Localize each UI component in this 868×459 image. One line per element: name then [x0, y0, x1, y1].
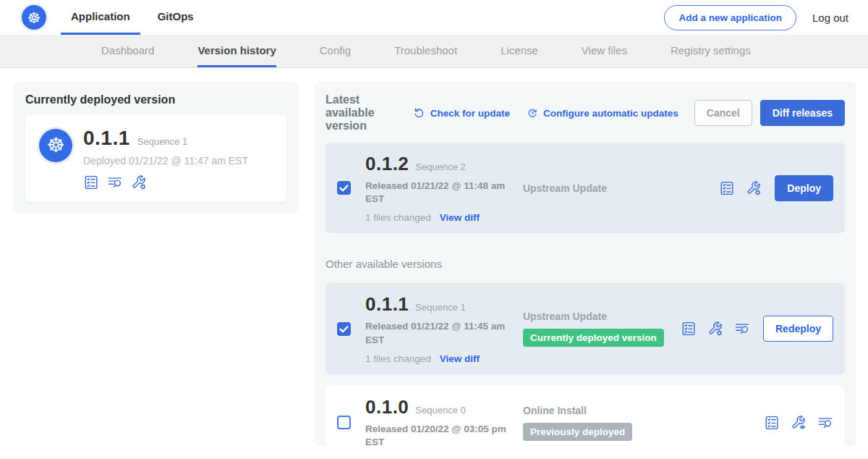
tab-troubleshoot[interactable]: Troubleshoot — [394, 35, 457, 67]
diff-releases-button[interactable]: Diff releases — [760, 100, 845, 126]
preflight-checklist-icon[interactable] — [719, 180, 735, 196]
version-source: Online Install Previously deployed — [523, 405, 764, 441]
top-nav-tabs: Application GitOps — [61, 0, 204, 35]
version-checkbox-0-1-0[interactable] — [337, 416, 351, 429]
view-diff-link[interactable]: View diff — [440, 212, 480, 223]
tab-registry-settings[interactable]: Registry settings — [671, 35, 751, 67]
kubernetes-logo-icon: ☸ — [22, 5, 46, 30]
view-files-search-icon[interactable] — [817, 415, 833, 431]
version-number: 0.1.2 — [365, 153, 409, 175]
view-diff-link[interactable]: View diff — [440, 353, 480, 364]
deployed-actions — [83, 174, 248, 190]
kubernetes-app-icon: ☸ — [39, 129, 72, 162]
version-number: 0.1.1 — [365, 293, 409, 316]
version-checkbox-0-1-2[interactable] — [337, 181, 351, 195]
source-label: Online Install — [523, 405, 764, 416]
deployed-version-number: 0.1.1 — [83, 127, 130, 150]
logout-link[interactable]: Log out — [812, 12, 848, 24]
config-wrench-gear-icon[interactable] — [131, 174, 147, 190]
add-new-application-button[interactable]: Add a new application — [664, 5, 796, 30]
version-info: 0.1.2 Sequence 2 Released 01/21/22 @ 11:… — [365, 153, 523, 223]
view-files-search-icon[interactable] — [107, 174, 123, 190]
version-card-0-1-1: 0.1.1 Sequence 1 Released 01/21/22 @ 11:… — [326, 283, 845, 374]
version-info: 0.1.0 Sequence 0 Released 01/20/22 @ 03:… — [365, 396, 523, 449]
version-actions: Deploy — [719, 175, 833, 201]
tab-application[interactable]: Application — [61, 0, 140, 35]
version-checkbox-0-1-1[interactable] — [337, 322, 351, 336]
version-source: Upstream Update Currently deployed versi… — [523, 311, 681, 347]
version-card-0-1-0: 0.1.0 Sequence 0 Released 01/20/22 @ 03:… — [326, 386, 845, 459]
redeploy-button[interactable]: Redeploy — [763, 316, 833, 342]
tab-version-history[interactable]: Version history — [197, 35, 276, 67]
deployed-card-body: 0.1.1 Sequence 1 Deployed 01/21/22 @ 11:… — [83, 127, 248, 190]
tab-view-files[interactable]: View files — [582, 35, 627, 67]
currently-deployed-card: ☸ 0.1.1 Sequence 1 Deployed 01/21/22 @ 1… — [25, 115, 286, 202]
other-available-versions-title: Other available versions — [326, 258, 845, 270]
preflight-checklist-icon[interactable] — [83, 174, 99, 190]
available-column: Latest available version Check for updat… — [314, 82, 856, 446]
sequence-label: Sequence 1 — [415, 302, 465, 313]
top-nav: ☸ Application GitOps Add a new applicati… — [0, 0, 868, 35]
deployed-timestamp: Deployed 01/21/22 @ 11:47 am EST — [83, 155, 248, 167]
available-header: Latest available version Check for updat… — [326, 93, 845, 132]
app-sub-nav: Dashboard Version history Config Trouble… — [0, 35, 868, 68]
tab-config[interactable]: Config — [320, 35, 351, 67]
version-source: Upstream Update — [523, 182, 719, 194]
version-info: 0.1.1 Sequence 1 Released 01/21/22 @ 11:… — [365, 293, 523, 363]
available-versions-panel: Latest available version Check for updat… — [314, 82, 856, 446]
preflight-checklist-icon[interactable] — [681, 321, 697, 337]
view-files-search-icon[interactable] — [734, 321, 750, 337]
source-label: Upstream Update — [523, 311, 681, 322]
check-for-update-link[interactable]: Check for update — [413, 106, 510, 119]
files-changed-label: 1 files changed — [365, 353, 431, 364]
deploy-button[interactable]: Deploy — [775, 175, 833, 201]
deployed-sequence-label: Sequence 1 — [137, 136, 187, 147]
version-number: 0.1.0 — [365, 396, 409, 418]
version-card-0-1-2: 0.1.2 Sequence 2 Released 01/21/22 @ 11:… — [326, 143, 845, 233]
sequence-label: Sequence 2 — [415, 161, 465, 172]
currently-deployed-title: Currently deployed version — [25, 93, 286, 106]
view-config-wrench-eye-icon[interactable] — [791, 415, 807, 431]
tab-license[interactable]: License — [501, 35, 538, 67]
cancel-button[interactable]: Cancel — [694, 100, 752, 126]
source-label: Upstream Update — [523, 182, 719, 194]
auto-update-clock-icon — [526, 106, 539, 119]
tab-dashboard[interactable]: Dashboard — [101, 35, 154, 67]
currently-deployed-badge: Currently deployed version — [523, 329, 664, 347]
currently-deployed-panel: Currently deployed version ☸ 0.1.1 Seque… — [14, 82, 298, 214]
sequence-label: Sequence 0 — [415, 405, 465, 416]
top-nav-right: Add a new application Log out — [664, 0, 848, 35]
config-wrench-gear-icon[interactable] — [746, 180, 762, 196]
tab-gitops[interactable]: GitOps — [148, 0, 204, 35]
refresh-icon — [413, 106, 426, 119]
configure-automatic-updates-link[interactable]: Configure automatic updates — [526, 106, 678, 119]
main-content: Currently deployed version ☸ 0.1.1 Seque… — [0, 68, 868, 446]
config-wrench-gear-icon[interactable] — [707, 321, 723, 337]
version-actions — [764, 415, 833, 431]
preflight-checklist-icon[interactable] — [764, 415, 780, 431]
released-timestamp: Released 01/20/22 @ 03:05 pm EST — [365, 423, 506, 449]
released-timestamp: Released 01/21/22 @ 11:45 am EST — [365, 320, 506, 346]
files-changed-label: 1 files changed — [365, 212, 431, 223]
app-logo: ☸ — [22, 0, 46, 35]
version-actions: Redeploy — [681, 316, 833, 342]
latest-available-title: Latest available version — [326, 93, 403, 132]
deployed-column: Currently deployed version ☸ 0.1.1 Seque… — [14, 82, 298, 446]
released-timestamp: Released 01/21/22 @ 11:48 am EST — [365, 180, 506, 206]
deployed-app-logo: ☸ — [37, 127, 75, 164]
previously-deployed-badge: Previously deployed — [523, 423, 632, 441]
